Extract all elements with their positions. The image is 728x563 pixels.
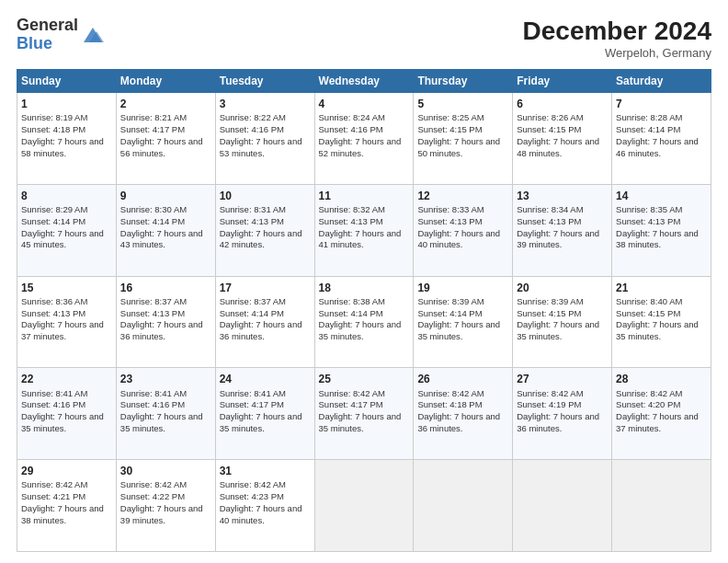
day-number: 19 — [417, 281, 508, 295]
daylight: Daylight: 7 hours and 38 minutes. — [616, 228, 699, 250]
day-number: 22 — [21, 372, 112, 386]
daylight: Daylight: 7 hours and 41 minutes. — [319, 228, 402, 250]
day-number: 5 — [417, 97, 508, 111]
calendar-cell: 7Sunrise: 8:28 AMSunset: 4:14 PMDaylight… — [612, 93, 711, 185]
calendar-cell: 3Sunrise: 8:22 AMSunset: 4:16 PMDaylight… — [215, 93, 314, 185]
daylight: Daylight: 7 hours and 45 minutes. — [21, 228, 104, 250]
day-number: 26 — [417, 372, 508, 386]
calendar-cell: 21Sunrise: 8:40 AMSunset: 4:15 PMDayligh… — [612, 276, 711, 368]
day-number: 11 — [319, 189, 410, 203]
calendar-cell: 20Sunrise: 8:39 AMSunset: 4:15 PMDayligh… — [513, 276, 612, 368]
sunset: Sunset: 4:19 PM — [517, 399, 581, 409]
sunset: Sunset: 4:15 PM — [417, 124, 482, 134]
daylight: Daylight: 7 hours and 53 minutes. — [220, 136, 302, 158]
calendar-week-row: 15Sunrise: 8:36 AMSunset: 4:13 PMDayligh… — [17, 276, 711, 368]
daylight: Daylight: 7 hours and 35 minutes. — [517, 319, 599, 341]
calendar-cell: 30Sunrise: 8:42 AMSunset: 4:22 PMDayligh… — [116, 460, 215, 552]
sunrise: Sunrise: 8:28 AM — [616, 112, 682, 122]
daylight: Daylight: 7 hours and 35 minutes. — [319, 411, 402, 433]
sunrise: Sunrise: 8:33 AM — [417, 204, 483, 214]
sunrise: Sunrise: 8:41 AM — [220, 388, 286, 398]
sunrise: Sunrise: 8:36 AM — [21, 296, 87, 306]
calendar-cell: 26Sunrise: 8:42 AMSunset: 4:18 PMDayligh… — [414, 368, 513, 460]
sunset: Sunset: 4:22 PM — [120, 491, 185, 501]
daylight: Daylight: 7 hours and 35 minutes. — [21, 411, 104, 433]
calendar-cell: 2Sunrise: 8:21 AMSunset: 4:17 PMDaylight… — [116, 93, 215, 185]
sunset: Sunset: 4:13 PM — [120, 308, 185, 318]
sunrise: Sunrise: 8:29 AM — [21, 204, 87, 214]
sunset: Sunset: 4:17 PM — [319, 399, 383, 409]
daylight: Daylight: 7 hours and 52 minutes. — [319, 136, 402, 158]
sunset: Sunset: 4:13 PM — [517, 216, 581, 226]
sunset: Sunset: 4:13 PM — [417, 216, 482, 226]
day-number: 9 — [120, 189, 211, 203]
sunrise: Sunrise: 8:19 AM — [21, 112, 87, 122]
day-number: 25 — [319, 372, 410, 386]
logo: General Blue — [17, 17, 106, 53]
calendar-cell — [612, 460, 711, 552]
calendar-cell: 12Sunrise: 8:33 AMSunset: 4:13 PMDayligh… — [414, 184, 513, 276]
daylight: Daylight: 7 hours and 43 minutes. — [120, 228, 203, 250]
daylight: Daylight: 7 hours and 37 minutes. — [616, 411, 699, 433]
sunrise: Sunrise: 8:42 AM — [417, 388, 483, 398]
daylight: Daylight: 7 hours and 42 minutes. — [220, 228, 302, 250]
sunset: Sunset: 4:15 PM — [517, 124, 581, 134]
sunset: Sunset: 4:14 PM — [319, 308, 383, 318]
calendar-cell: 1Sunrise: 8:19 AMSunset: 4:18 PMDaylight… — [17, 93, 117, 185]
logo-text: General Blue — [17, 17, 106, 53]
calendar-cell: 14Sunrise: 8:35 AMSunset: 4:13 PMDayligh… — [612, 184, 711, 276]
col-header-thursday: Thursday — [414, 70, 513, 93]
calendar-cell: 22Sunrise: 8:41 AMSunset: 4:16 PMDayligh… — [17, 368, 117, 460]
sunrise: Sunrise: 8:42 AM — [319, 388, 385, 398]
calendar-cell: 29Sunrise: 8:42 AMSunset: 4:21 PMDayligh… — [17, 460, 117, 552]
day-number: 30 — [120, 464, 211, 478]
logo-general: General — [17, 16, 78, 34]
day-number: 8 — [21, 189, 112, 203]
sunset: Sunset: 4:18 PM — [417, 399, 482, 409]
sunrise: Sunrise: 8:24 AM — [319, 112, 385, 122]
sunset: Sunset: 4:14 PM — [120, 216, 185, 226]
day-number: 3 — [220, 97, 311, 111]
col-header-wednesday: Wednesday — [314, 70, 414, 93]
daylight: Daylight: 7 hours and 48 minutes. — [517, 136, 599, 158]
calendar-cell: 25Sunrise: 8:42 AMSunset: 4:17 PMDayligh… — [314, 368, 414, 460]
calendar-cell: 28Sunrise: 8:42 AMSunset: 4:20 PMDayligh… — [612, 368, 711, 460]
daylight: Daylight: 7 hours and 35 minutes. — [319, 319, 402, 341]
daylight: Daylight: 7 hours and 35 minutes. — [220, 411, 302, 433]
sunset: Sunset: 4:16 PM — [220, 124, 284, 134]
sunrise: Sunrise: 8:32 AM — [319, 204, 385, 214]
sunrise: Sunrise: 8:37 AM — [120, 296, 187, 306]
sunrise: Sunrise: 8:37 AM — [220, 296, 286, 306]
sunrise: Sunrise: 8:22 AM — [220, 112, 286, 122]
day-number: 17 — [220, 281, 311, 295]
sunset: Sunset: 4:15 PM — [517, 308, 581, 318]
calendar-cell: 9Sunrise: 8:30 AMSunset: 4:14 PMDaylight… — [116, 184, 215, 276]
header: General Blue December 2024 Werpeloh, Ger… — [17, 17, 711, 60]
day-number: 31 — [220, 464, 311, 478]
month-title: December 2024 — [523, 17, 711, 46]
sunrise: Sunrise: 8:25 AM — [417, 112, 483, 122]
daylight: Daylight: 7 hours and 36 minutes. — [220, 319, 302, 341]
day-number: 6 — [517, 97, 608, 111]
day-number: 16 — [120, 281, 211, 295]
sunrise: Sunrise: 8:31 AM — [220, 204, 286, 214]
sunset: Sunset: 4:18 PM — [21, 124, 85, 134]
col-header-sunday: Sunday — [17, 70, 117, 93]
daylight: Daylight: 7 hours and 36 minutes. — [517, 411, 599, 433]
day-number: 4 — [319, 97, 410, 111]
calendar-week-row: 8Sunrise: 8:29 AMSunset: 4:14 PMDaylight… — [17, 184, 711, 276]
calendar-cell: 6Sunrise: 8:26 AMSunset: 4:15 PMDaylight… — [513, 93, 612, 185]
calendar-cell: 11Sunrise: 8:32 AMSunset: 4:13 PMDayligh… — [314, 184, 414, 276]
col-header-saturday: Saturday — [612, 70, 711, 93]
calendar-week-row: 22Sunrise: 8:41 AMSunset: 4:16 PMDayligh… — [17, 368, 711, 460]
calendar-cell: 10Sunrise: 8:31 AMSunset: 4:13 PMDayligh… — [215, 184, 314, 276]
sunset: Sunset: 4:17 PM — [220, 399, 284, 409]
location: Werpeloh, Germany — [523, 46, 711, 60]
daylight: Daylight: 7 hours and 36 minutes. — [120, 319, 203, 341]
day-number: 28 — [616, 372, 707, 386]
logo-icon — [80, 22, 106, 48]
day-number: 13 — [517, 189, 608, 203]
sunrise: Sunrise: 8:39 AM — [417, 296, 483, 306]
col-header-friday: Friday — [513, 70, 612, 93]
day-number: 1 — [21, 97, 112, 111]
